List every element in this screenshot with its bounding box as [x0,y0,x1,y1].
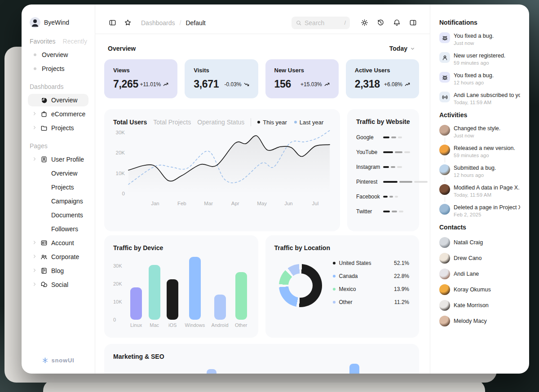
period-dropdown[interactable]: Today [389,45,415,52]
bar-other: Other [235,272,247,329]
favorite-star-button[interactable] [121,17,134,29]
shopping-bag-icon [40,110,48,118]
svg-text:10K: 10K [116,171,125,176]
workspace-name: ByeWind [44,19,69,26]
kpi-card-new-users: New Users156+15.03% [265,59,339,98]
contact-koray-okumus[interactable]: Koray Okumus [439,284,520,295]
kpi-delta: +11.01% [140,81,168,88]
sidebar-item-followers[interactable]: Followers [28,223,88,235]
activity-item[interactable]: Released a new version.59 minutes ago [439,145,520,159]
toggle-sidebar-button[interactable] [106,17,119,29]
kpi-card-views: Views7,265+11.01% [104,59,177,98]
favorites-list: OverviewProjects [28,48,88,75]
main-column: Dashboards / Default / Overview [95,4,430,374]
activity-item[interactable]: Modified A data in Page X.Today, 11:59 A… [439,184,520,198]
bug-icon [442,35,448,41]
id-badge-icon [40,239,48,247]
sidebar-item-blog[interactable]: Blog [28,264,88,277]
website-label: Facebook [356,194,383,200]
sidebar-item-projects[interactable]: Projects [28,122,88,134]
breadcrumb-default[interactable]: Default [186,19,205,26]
svg-text:0: 0 [122,191,125,196]
section-label-pages: Pages [28,142,88,150]
legend-this-year: This year [257,119,287,126]
activities-list: Changed the style.Just nowReleased a new… [439,125,520,218]
dashboards-list: OvervieweCommerceProjects [28,94,88,134]
svg-text:Jul: Jul [312,201,319,206]
y-tick: 20K [113,281,122,286]
trend-up-icon [324,82,330,87]
tab-favorites[interactable]: Favorites [30,38,56,45]
tab-recently[interactable]: Recently [63,38,87,45]
notification-item[interactable]: Andi Lane subscribed to you.Today, 11:59… [439,92,520,106]
notification-item[interactable]: New user registered.59 minutes ago [439,52,520,66]
contact-kate-morrison[interactable]: Kate Morrison [439,300,520,311]
contact-natali-craig[interactable]: Natali Craig [439,237,520,248]
kpi-value: 3,671 [194,78,219,90]
panel-title: Marketing & SEO [113,353,410,360]
favorites-item-overview[interactable]: Overview [28,48,88,61]
notification-item[interactable]: You fixed a bug.12 hours ago [439,72,520,86]
period-value: Today [389,45,407,52]
dashboard-content: Overview Today Views7,265+11.01%Visits3,… [95,34,430,374]
sidebar-item-ecommerce[interactable]: eCommerce [28,108,88,120]
chart-tab-operating-status[interactable]: Operating Status [197,119,244,126]
sidebar-item-projects[interactable]: Projects [28,181,88,194]
svg-text:Jan: Jan [151,201,159,206]
search-box[interactable]: / [292,17,350,29]
marketing-bar [349,364,359,374]
location-legend-other: Other11.2% [333,299,410,306]
activity-item[interactable]: Deleted a page in Project X.Feb 2, 2025 [439,204,520,218]
sidebar-item-overview[interactable]: Overview [28,94,88,106]
toggle-right-panel-button[interactable] [406,17,419,29]
app-window: ByeWind Favorites Recently OverviewProje… [22,4,529,374]
sidebar-item-corporate[interactable]: Corporate [28,251,88,263]
svg-text:20K: 20K [116,150,125,155]
sidebar: ByeWind Favorites Recently OverviewProje… [22,4,95,374]
sidebar-item-user-profile[interactable]: User Profile [28,153,88,166]
sidebar-item-overview[interactable]: Overview [28,167,88,180]
location-legend-united-states: United States52.1% [333,260,410,267]
breadcrumb-dashboards[interactable]: Dashboards [141,19,175,26]
notifications-button[interactable] [390,17,403,29]
sidebar-item-account[interactable]: Account [28,237,88,249]
theme-toggle-button[interactable] [358,17,371,29]
bar-mac: Mac [149,265,160,329]
sidebar-item-documents[interactable]: Documents [28,209,88,221]
search-icon [296,20,302,26]
avatar [439,184,450,195]
svg-text:30K: 30K [116,130,125,135]
chart-tab-total-projects[interactable]: Total Projects [153,119,191,126]
notifications-title: Notifications [439,19,520,26]
breadcrumb-separator: / [180,19,181,26]
contact-andi-lane[interactable]: Andi Lane [439,269,520,279]
location-legend-canada: Canada22.8% [333,273,410,280]
chart-tab-total-users[interactable]: Total Users [113,119,147,126]
notification-item[interactable]: You fixed a bug.Just now [439,32,520,47]
favorites-item-projects[interactable]: Projects [28,62,88,75]
website-row-instagram: Instagram [356,163,410,171]
trend-up-icon [405,82,410,87]
kpi-card-visits: Visits3,671-0.03% [185,59,258,98]
website-row-twitter: Twitter [356,207,410,216]
page-title: Overview [108,45,136,52]
website-row-google: Google [356,133,410,141]
sidebar-item-campaigns[interactable]: Campaigns [28,195,88,207]
contact-drew-cano[interactable]: Drew Cano [439,253,520,264]
website-mini-bars [383,137,402,138]
id-card-icon [40,156,48,163]
workspace-switcher[interactable]: ByeWind [28,17,88,28]
contacts-list: Natali CraigDrew CanoAndi LaneKoray Okum… [439,237,520,326]
activity-item[interactable]: Changed the style.Just now [439,125,520,139]
avatar [439,316,450,326]
history-button[interactable] [374,17,387,29]
kpi-card-active-users: Active Users2,318+6.08% [346,59,419,98]
contact-melody-macy[interactable]: Melody Macy [439,316,520,326]
chart-legend: This yearLast year [257,119,323,126]
activity-item[interactable]: Submitted a bug.12 hours ago [439,164,520,179]
kpi-label: Active Users [355,67,410,74]
search-input[interactable] [305,19,341,26]
sidebar-item-social[interactable]: Social [28,278,88,291]
traffic-by-location-panel: Traffic by Location United States52.1%Ca… [265,235,420,338]
website-label: Instagram [356,164,383,170]
